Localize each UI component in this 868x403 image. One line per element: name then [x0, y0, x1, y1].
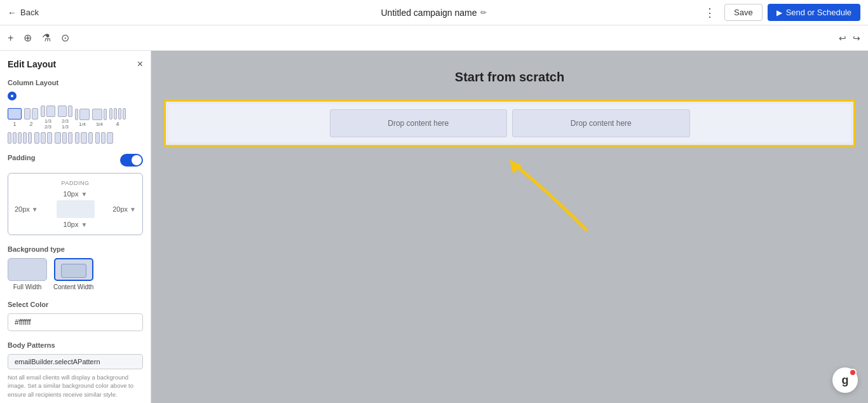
bg-content-inner	[61, 264, 86, 278]
send-schedule-button[interactable]: ▶ Send or Schedule	[768, 4, 860, 21]
toolbar-left: + ⊕ ⚗ ⊙	[8, 32, 69, 44]
row-left-col	[168, 104, 327, 142]
layers-icon[interactable]: ⊕	[24, 32, 32, 44]
send-schedule-label: Send or Schedule	[786, 8, 851, 17]
campaign-title: Untitled campaign name	[381, 8, 477, 18]
edit-campaign-title-icon[interactable]: ✏	[480, 8, 487, 17]
toolbar-right: ↩ ↪	[839, 33, 860, 43]
layout-1col[interactable]: 1	[8, 108, 22, 127]
layout-r2-1[interactable]	[8, 132, 32, 144]
column-layout-section: Column Layout 1 2	[8, 79, 143, 144]
layout-r2-2[interactable]	[34, 132, 52, 144]
selected-row-wrapper: Drop content here Drop content here	[164, 100, 855, 147]
padding-section: Padding PADDING 10px ▼ 20px ▼	[8, 154, 143, 235]
bg-content-width-option[interactable]: Content Width	[53, 258, 93, 290]
campaign-title-area: Untitled campaign name ✏	[381, 8, 487, 18]
toggle-knob	[132, 155, 142, 165]
layout-3-4[interactable]: 3/4	[92, 109, 107, 127]
filter-icon[interactable]: ⚗	[42, 32, 51, 44]
back-label: Back	[20, 8, 39, 17]
back-arrow-icon: ←	[8, 8, 17, 18]
padding-right-value: 20px	[112, 205, 128, 213]
redo-button[interactable]: ↪	[853, 33, 860, 43]
layout-1-4[interactable]: 1/4	[75, 109, 90, 127]
color-section: Select Color	[8, 301, 143, 331]
drop-zone-1[interactable]: Drop content here	[330, 109, 508, 137]
layout-1-3-2-3[interactable]: 1/32/3	[41, 106, 55, 130]
layout-r2-3[interactable]	[55, 132, 72, 144]
bg-type-section: Background type Full Width Content Width	[8, 245, 143, 290]
back-button[interactable]: ← Back	[8, 8, 39, 18]
bg-content-width-label: Content Width	[53, 283, 93, 290]
padding-left-value-group: 20px ▼	[15, 205, 38, 213]
layout-icons-row-2	[8, 132, 143, 144]
padding-box: PADDING 10px ▼ 20px ▼ 20px ▼	[8, 173, 143, 235]
bg-full-width-label: Full Width	[13, 283, 41, 290]
column-layout-label: Column Layout	[8, 79, 143, 86]
bg-content-width-box	[54, 258, 93, 281]
more-options-button[interactable]: ⋮	[700, 3, 719, 22]
bg-full-width-box	[8, 258, 47, 281]
preview-icon[interactable]: ⊙	[61, 32, 69, 44]
notification-badge[interactable]: g	[832, 367, 858, 393]
left-panel: Edit Layout × Column Layout 1	[0, 51, 151, 403]
close-panel-button[interactable]: ×	[137, 58, 143, 70]
top-bar-actions: ⋮ Save ▶ Send or Schedule	[700, 3, 860, 22]
select-color-label: Select Color	[8, 301, 143, 308]
canvas-title: Start from scratch	[455, 70, 564, 85]
padding-right-value-group: 20px ▼	[112, 205, 136, 213]
yellow-arrow	[471, 153, 611, 236]
column-layout-radio-row	[8, 92, 143, 100]
padding-toggle[interactable]	[120, 154, 143, 167]
canvas-area: Start from scratch Drop content here Dro…	[151, 51, 868, 403]
body-patterns-section: Body Patterns emailBuilder.selectAPatter…	[8, 341, 143, 399]
main-layout: Edit Layout × Column Layout 1	[0, 51, 868, 403]
pattern-note: Not all email clients will display a bac…	[8, 373, 143, 399]
color-input[interactable]	[8, 313, 143, 331]
layout-r2-4[interactable]	[75, 132, 93, 144]
send-icon: ▶	[776, 8, 782, 17]
padding-left-value: 20px	[15, 205, 30, 213]
padding-top-row: 10px ▼	[64, 190, 88, 198]
padding-mid-row: 20px ▼ 20px ▼	[15, 200, 136, 218]
body-patterns-label: Body Patterns	[8, 341, 143, 349]
save-button[interactable]: Save	[724, 4, 763, 21]
column-layout-radio[interactable]	[8, 92, 17, 100]
select-pattern-button[interactable]: emailBuilder.selectAPattern	[8, 354, 143, 369]
row-inner: Drop content here Drop content here	[168, 104, 851, 142]
bg-full-width-option[interactable]: Full Width	[8, 258, 47, 290]
layout-2col[interactable]: 2	[24, 108, 38, 127]
bg-type-options: Full Width Content Width	[8, 258, 143, 290]
padding-box-label: PADDING	[62, 180, 90, 186]
padding-center-box	[57, 200, 95, 218]
drop-zone-2[interactable]: Drop content here	[512, 109, 690, 137]
undo-button[interactable]: ↩	[839, 33, 846, 43]
padding-label: Padding	[8, 154, 35, 161]
panel-title: Edit Layout	[8, 59, 56, 69]
padding-top-value: 10px	[64, 190, 79, 198]
row-far-right-col	[693, 104, 851, 142]
second-toolbar: + ⊕ ⚗ ⊙ ↩ ↪	[0, 25, 868, 51]
layout-4col[interactable]: 4	[109, 108, 126, 127]
panel-header: Edit Layout ×	[8, 58, 143, 70]
padding-bottom-row: 10px ▼	[64, 221, 88, 228]
layout-2-3-1-3[interactable]: 2/31/3	[58, 106, 72, 130]
layout-r2-5[interactable]	[95, 132, 113, 144]
drop-zone-1-label: Drop content here	[388, 119, 449, 128]
notification-label: g	[842, 374, 849, 387]
layout-icons-row: 1 2 1/32/3	[8, 106, 143, 130]
bg-type-label: Background type	[8, 245, 143, 253]
padding-toggle-row: Padding	[8, 154, 143, 167]
notification-dot	[849, 369, 857, 376]
padding-bottom-value: 10px	[64, 221, 79, 228]
top-bar: ← Back Untitled campaign name ✏ ⋮ Save ▶…	[0, 0, 868, 25]
add-icon[interactable]: +	[8, 32, 13, 44]
drop-zone-2-label: Drop content here	[571, 119, 632, 128]
